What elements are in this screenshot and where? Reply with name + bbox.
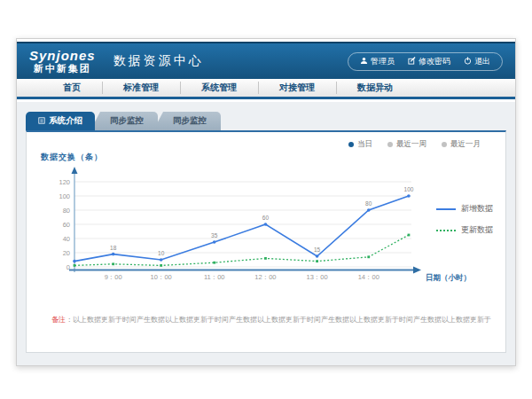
user-name-label: 管理员	[371, 56, 395, 67]
legend-item-new-data: 新增数据	[436, 203, 493, 215]
time-range-filters: 当日 最近一周 最近一月	[348, 139, 481, 150]
radio-dot-icon	[442, 142, 447, 147]
svg-text:60: 60	[262, 215, 270, 221]
footnote: 备注：以上数据更新于时间产生数据以上数据更新于时间产生数据以上数据更新于时间产生…	[51, 315, 491, 325]
logo-text-cn: 新中新集团	[29, 63, 96, 74]
filter-label: 最近一月	[450, 139, 481, 150]
svg-text:20: 20	[63, 249, 70, 257]
logout-button[interactable]: 退出	[464, 56, 490, 67]
logout-label: 退出	[474, 56, 490, 67]
svg-text:40: 40	[63, 235, 70, 243]
tab-sync-monitor-1[interactable]: 同步监控	[90, 112, 158, 130]
power-icon	[464, 57, 472, 66]
svg-text:11：00: 11：00	[204, 273, 225, 281]
svg-text:120: 120	[59, 178, 70, 186]
svg-text:10：00: 10：00	[151, 273, 172, 281]
filter-today[interactable]: 当日	[348, 139, 372, 150]
tab-label: 同步监控	[110, 115, 144, 127]
tab-sync-monitor-2[interactable]: 同步监控	[153, 112, 221, 130]
svg-text:14：00: 14：00	[358, 273, 379, 281]
tab-system-intro[interactable]: 系统介绍	[26, 112, 95, 130]
svg-text:15: 15	[314, 246, 321, 253]
svg-text:9：00: 9：00	[105, 273, 122, 281]
svg-text:80: 80	[63, 207, 70, 215]
change-password-label: 修改密码	[419, 56, 450, 67]
nav-item-interface-mgmt[interactable]: 对接管理	[258, 79, 336, 97]
app-header: Synjones 新中新集团 数据资源中心 管理员 修改密码 退出	[17, 42, 515, 79]
content-area: 系统介绍 同步监控 同步监控 当日 最近一周	[17, 102, 515, 365]
svg-text:60: 60	[63, 221, 70, 229]
legend-label: 更新数据	[461, 224, 493, 236]
document-icon	[38, 116, 45, 126]
svg-text:100: 100	[404, 186, 414, 192]
svg-text:10: 10	[158, 250, 165, 256]
svg-text:18: 18	[110, 245, 117, 251]
svg-text:日期（小时）: 日期（小时）	[426, 273, 471, 282]
filter-label: 当日	[357, 139, 372, 150]
page-title: 数据资源中心	[113, 53, 204, 69]
company-logo: Synjones 新中新集团	[29, 49, 96, 74]
footnote-text: ：以上数据更新于时间产生数据以上数据更新于时间产生数据以上数据更新于时间产生数据…	[66, 316, 491, 324]
line-chart: 0204060801001209：0010：0011：0012：0013：001…	[39, 162, 482, 295]
legend-label: 新增数据	[461, 203, 493, 215]
edit-icon	[408, 57, 416, 66]
radio-dot-icon	[387, 142, 393, 147]
user-icon	[360, 57, 368, 66]
filter-label: 最近一周	[396, 139, 426, 150]
logo-text-en: Synjones	[29, 49, 96, 64]
nav-item-system-mgmt[interactable]: 系统管理	[180, 79, 258, 97]
current-user[interactable]: 管理员	[360, 56, 395, 67]
svg-text:80: 80	[365, 200, 372, 207]
app-window: Synjones 新中新集团 数据资源中心 管理员 修改密码 退出	[16, 38, 516, 366]
dotted-line-swatch-icon	[436, 230, 456, 231]
svg-text:13：00: 13：00	[307, 273, 328, 281]
tab-label: 同步监控	[173, 115, 207, 127]
tab-label: 系统介绍	[49, 115, 82, 127]
legend-item-updated-data: 更新数据	[436, 224, 493, 236]
change-password-button[interactable]: 修改密码	[408, 56, 450, 67]
nav-item-data-change[interactable]: 数据异动	[336, 79, 414, 97]
solid-line-swatch-icon	[436, 208, 456, 210]
chart-panel: 当日 最近一周 最近一月 数据交换（条） 0204060801001209：00…	[26, 130, 506, 353]
nav-item-home[interactable]: 首页	[42, 79, 102, 97]
svg-text:35: 35	[211, 232, 218, 239]
user-toolbar: 管理员 修改密码 退出	[348, 52, 503, 71]
nav-item-standard-mgmt[interactable]: 标准管理	[102, 79, 180, 97]
tab-bar: 系统介绍 同步监控 同步监控	[26, 112, 515, 130]
footnote-label: 备注	[51, 316, 66, 324]
radio-dot-icon	[348, 142, 354, 147]
main-nav: 首页 标准管理 系统管理 对接管理 数据异动	[17, 79, 515, 99]
filter-last-month[interactable]: 最近一月	[442, 139, 481, 150]
filter-last-week[interactable]: 最近一周	[387, 139, 426, 150]
series-legend: 新增数据 更新数据	[436, 203, 493, 236]
svg-text:12：00: 12：00	[254, 273, 276, 281]
svg-text:100: 100	[59, 192, 70, 200]
